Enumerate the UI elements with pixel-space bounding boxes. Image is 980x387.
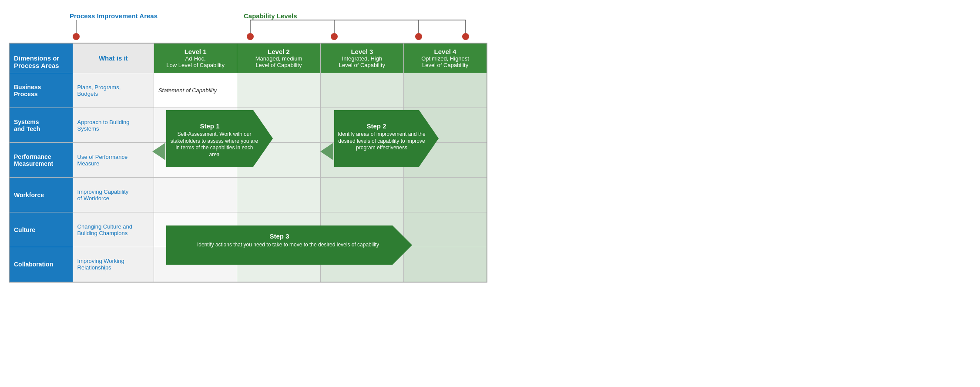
dim-systems-tech: Systems and Tech [9,108,73,143]
header-level4: Level 4 Optimized, Highest Level of Capa… [404,43,487,73]
dim-workforce: Workforce [9,178,73,212]
header-level1: Level 1 Ad-Hoc, Low Level of Capability [154,43,237,73]
dim-culture-text: Culture [14,226,35,233]
annotations-row: Process Improvement Areas Capability Lev… [9,9,487,44]
header-level3: Level 3 Integrated, High Level of Capabi… [320,43,403,73]
l2-culture [237,212,320,247]
l2-business-process [237,73,320,108]
l4-collaboration [404,247,487,282]
svg-point-10 [462,33,469,40]
l3-collaboration [320,247,403,282]
what-systems-tech: Approach to Building Systems [73,108,154,143]
level2-title: Level 2 [242,48,315,55]
what-business-process-text: Plans, Programs, Budgets [77,84,121,97]
level1-title: Level 1 [158,48,232,55]
dim-systems-tech-text: Systems and Tech [14,118,40,132]
level1-sub: Ad-Hoc, Low Level of Capability [158,55,232,68]
level3-title: Level 3 [325,48,399,55]
row-workforce: Workforce Improving Capability of Workfo… [9,178,487,212]
dim-performance-text: Performance Measurement [14,153,53,167]
level4-sub: Optimized, Highest Level of Capability [408,55,482,68]
l3-performance [320,143,403,178]
header-whatisit: What is it [73,43,154,73]
dim-workforce-text: Workforce [14,192,44,199]
header-whatisit-text: What is it [99,54,128,62]
what-workforce-text: Improving Capability of Workforce [77,188,129,202]
l4-culture [404,212,487,247]
what-systems-tech-text: Approach to Building Systems [77,119,130,132]
header-dimensions: Dimensions or Process Areas [9,43,73,73]
l1-business-process: Statement of Capability [154,73,237,108]
l2-workforce [237,178,320,212]
what-performance: Use of Performance Measure [73,143,154,178]
dim-culture: Culture [9,212,73,247]
l4-workforce [404,178,487,212]
capability-levels-label: Capability Levels [244,12,297,20]
what-culture-text: Changing Culture and Building Champions [77,223,132,236]
what-culture: Changing Culture and Building Champions [73,212,154,247]
annotation-svg: Process Improvement Areas Capability Lev… [9,9,487,44]
dim-business-process-text: Business Process [14,84,41,98]
l3-workforce [320,178,403,212]
l1-business-process-text: Statement of Capability [158,87,217,94]
l1-systems-tech [154,108,237,143]
dim-business-process: Business Process [9,73,73,108]
l3-culture [320,212,403,247]
what-collaboration-text: Improving Working Relationships [77,258,124,271]
l2-collaboration [237,247,320,282]
row-collaboration: Collaboration Improving Working Relation… [9,247,487,282]
l1-culture [154,212,237,247]
svg-point-8 [415,33,422,40]
header-row: Dimensions or Process Areas What is it L… [9,43,487,73]
l4-systems-tech [404,108,487,143]
header-level2: Level 2 Managed, medium Level of Capabil… [237,43,320,73]
diagram-container: Process Improvement Areas Capability Lev… [9,9,487,283]
what-collaboration: Improving Working Relationships [73,247,154,282]
dim-performance: Performance Measurement [9,143,73,178]
level2-sub: Managed, medium Level of Capability [242,55,315,68]
l3-systems-tech [320,108,403,143]
level4-title: Level 4 [408,48,482,55]
dim-collaboration: Collaboration [9,247,73,282]
row-business-process: Business Process Plans, Programs, Budget… [9,73,487,108]
header-dimensions-text: Dimensions or Process Areas [14,54,59,69]
level3-sub: Integrated, High Level of Capability [325,55,399,68]
table-wrapper: Dimensions or Process Areas What is it L… [9,43,487,283]
what-business-process: Plans, Programs, Budgets [73,73,154,108]
l1-workforce [154,178,237,212]
what-workforce: Improving Capability of Workforce [73,178,154,212]
l1-collaboration [154,247,237,282]
l4-business-process [404,73,487,108]
row-performance: Performance Measurement Use of Performan… [9,143,487,178]
process-improvement-label: Process Improvement Areas [70,12,158,20]
l3-business-process [320,73,403,108]
svg-point-4 [247,33,254,40]
l2-systems-tech [237,108,320,143]
main-table: Dimensions or Process Areas What is it L… [9,43,487,283]
l1-performance [154,143,237,178]
row-culture: Culture Changing Culture and Building Ch… [9,212,487,247]
svg-point-6 [331,33,338,40]
l4-performance [404,143,487,178]
row-systems-tech: Systems and Tech Approach to Building Sy… [9,108,487,143]
l2-performance [237,143,320,178]
svg-point-1 [73,33,80,40]
dim-collaboration-text: Collaboration [14,261,53,268]
what-performance-text: Use of Performance Measure [77,154,128,167]
